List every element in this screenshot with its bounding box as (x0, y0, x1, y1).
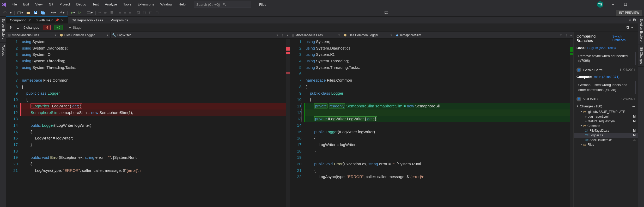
next-change-button[interactable] (16, 26, 20, 29)
menu-view[interactable]: View (32, 0, 46, 9)
nav-bar-right: ⊞ Miscellaneous Files ▼ ⬢ Files.Common.L… (290, 32, 573, 39)
menu-tools[interactable]: Tools (120, 0, 134, 9)
code-area-left[interactable]: 12345 678910 1112131415 1617181920 21 us… (6, 39, 290, 207)
save-all-button[interactable] (40, 10, 46, 16)
base-branch-link[interactable]: BugFix (a5a01cc8) (587, 46, 616, 50)
solution-explorer-tab[interactable]: Solution Explorer (638, 17, 644, 45)
changes-section-header[interactable]: ▼ Changes (180) ⋯ (574, 103, 638, 109)
step-button[interactable]: ⇥ (97, 10, 102, 15)
tree-folder[interactable]: ▼🗀.github\ISSUE_TEMPLATE (574, 109, 638, 114)
git-changes-tab[interactable]: Git Changes (638, 45, 644, 67)
class-icon: ⬢ (344, 33, 347, 37)
tree-file-selected[interactable]: C#Logger.csM (574, 133, 638, 138)
step-button[interactable]: ≡ (123, 10, 127, 15)
undo-button[interactable]: ▾ (50, 10, 57, 15)
redo-button[interactable]: ▾ (58, 10, 66, 15)
start-without-debug-button[interactable] (77, 10, 82, 15)
chevron-down-icon: ▼ (338, 34, 340, 36)
minimize-button[interactable] (607, 0, 619, 9)
menu-help[interactable]: Help (175, 0, 189, 9)
project-dropdown[interactable]: ⊞ Miscellaneous Files ▼ (290, 32, 342, 38)
menu-debug[interactable]: Debug (73, 0, 89, 9)
toolbar-separator (14, 11, 15, 15)
dropdown-label: Miscellaneous Files (12, 33, 39, 37)
base-author-row: 👤 Gérald Barré 11/27/2021 (574, 66, 638, 74)
tree-file[interactable]: ⎆feature_request.ymlM (574, 119, 638, 124)
tree-file[interactable]: ⎆bug_report.ymlM (574, 114, 638, 119)
project-dropdown[interactable]: ⊞ Miscellaneous Files ▼ (6, 32, 58, 38)
folder-icon: 🗀 (583, 110, 586, 114)
toolbox-tab[interactable]: Toolbox (0, 43, 6, 58)
step-button[interactable]: ≡ (128, 10, 132, 15)
open-button[interactable] (25, 10, 32, 16)
switch-branches-link[interactable]: Switch Branches (612, 35, 635, 42)
forward-button[interactable]: ▾ (9, 10, 13, 15)
compare-branch-link[interactable]: main (21a41371) (594, 75, 619, 79)
tab-git-repository[interactable]: Git Repository - Files (68, 17, 107, 23)
step-button[interactable]: ≡ (118, 10, 122, 15)
member-dropdown[interactable]: ◆ semaphoreSlim ▼ (394, 32, 564, 38)
start-button[interactable]: ▾ (69, 10, 76, 15)
bookmark-next-button[interactable]: ⬚ (148, 10, 153, 15)
feedback-icon[interactable] (384, 11, 388, 15)
svg-rect-1 (624, 3, 627, 6)
bookmark-prev-button[interactable]: ⬚ (142, 10, 147, 15)
class-dropdown[interactable]: ⬢ Files.Common.Logger ▼ (58, 32, 111, 38)
preview-badge: INT PREVIEW (616, 10, 642, 16)
close-button[interactable] (632, 0, 644, 9)
tree-folder[interactable]: ▼🗀Common (574, 124, 638, 128)
more-options-button[interactable]: ⋯ (632, 104, 635, 108)
code-area-right[interactable]: 12345 678910 1112131415 1617181920 2122 … (290, 39, 573, 207)
stage-button[interactable]: +Stage (66, 24, 84, 31)
bookmark-button[interactable] (136, 10, 141, 15)
prev-change-button[interactable] (9, 26, 13, 29)
user-avatar[interactable]: TG (597, 1, 603, 8)
menu-project[interactable]: Project (56, 0, 73, 9)
dropdown-label: LogWriter (117, 33, 131, 37)
tab-options[interactable]: ▾ (628, 17, 638, 23)
tree-file[interactable]: C#ShellLinkItem.csA (574, 138, 638, 142)
diff-minimap-right[interactable] (570, 39, 573, 207)
split-toggle[interactable]: ↕ (564, 32, 569, 38)
maximize-button[interactable] (619, 0, 631, 9)
menu-window[interactable]: Window (157, 0, 175, 9)
search-input[interactable]: Search (Ctrl+Q) (194, 1, 251, 8)
status-modified: M (633, 133, 636, 137)
pin-icon[interactable]: 📌 (55, 19, 59, 22)
menu-extensions[interactable]: Extensions (134, 0, 157, 9)
changed-files-tree: ▼🗀.github\ISSUE_TEMPLATE ⎆bug_report.yml… (574, 109, 638, 207)
chevron-down-icon: ▼ (580, 143, 582, 146)
class-dropdown[interactable]: ⬢ Files.Common.Logger ▼ (342, 32, 394, 38)
scroll-up-button[interactable]: ▴ (285, 32, 290, 38)
menu-git[interactable]: Git (46, 0, 56, 9)
new-project-button[interactable]: ▾ (16, 10, 24, 16)
tab-program-cs[interactable]: Program.cs (107, 17, 132, 23)
split-toggle[interactable]: ↕ (280, 32, 285, 38)
main-area: Comparing Br...Fix with main 📌 ✕ Git Rep… (6, 17, 638, 207)
bookmark-clear-button[interactable]: ⬚ (154, 10, 160, 15)
member-dropdown[interactable]: 🔧 LogWriter ▼ (111, 32, 280, 38)
step-button[interactable]: ☰ (109, 10, 114, 15)
menu-test[interactable]: Test (89, 0, 102, 9)
menu-analyze[interactable]: Analyze (102, 0, 120, 9)
status-modified: M (633, 119, 636, 123)
compare-commit-message: German: Fixed wrong labels and other cor… (576, 81, 636, 94)
step-button[interactable]: ⇤ (103, 10, 108, 15)
yml-file-icon: ⎆ (585, 120, 587, 123)
menu-file[interactable]: File (8, 0, 20, 9)
compare-row: Compare: main (21a41371) (574, 74, 638, 80)
scroll-up-button[interactable]: ▴ (569, 32, 573, 38)
save-button[interactable] (33, 10, 39, 16)
main-toolbar: ▾ ▾ ▾ ▾ ▾ ▾ ⇥ ⇤ ☰ ≡ ≡ ≡ ⬚ ⬚ ⬚ INT PREVIE… (0, 9, 644, 17)
diff-minimap-left[interactable] (286, 39, 290, 207)
tab-comparing-branches[interactable]: Comparing Br...Fix with main 📌 ✕ (6, 17, 68, 23)
close-icon[interactable]: ✕ (61, 18, 64, 22)
config-button[interactable]: ▾ (86, 10, 94, 15)
diff-settings-button[interactable]: ▾ (626, 26, 633, 29)
menu-edit[interactable]: Edit (20, 0, 32, 9)
back-button[interactable] (2, 10, 8, 15)
svg-rect-6 (87, 12, 90, 14)
server-explorer-tab[interactable]: Server Explorer (0, 17, 6, 43)
tree-file[interactable]: C#FileTagsDb.csM (574, 128, 638, 133)
tree-folder[interactable]: ▼🗀Files (574, 142, 638, 147)
